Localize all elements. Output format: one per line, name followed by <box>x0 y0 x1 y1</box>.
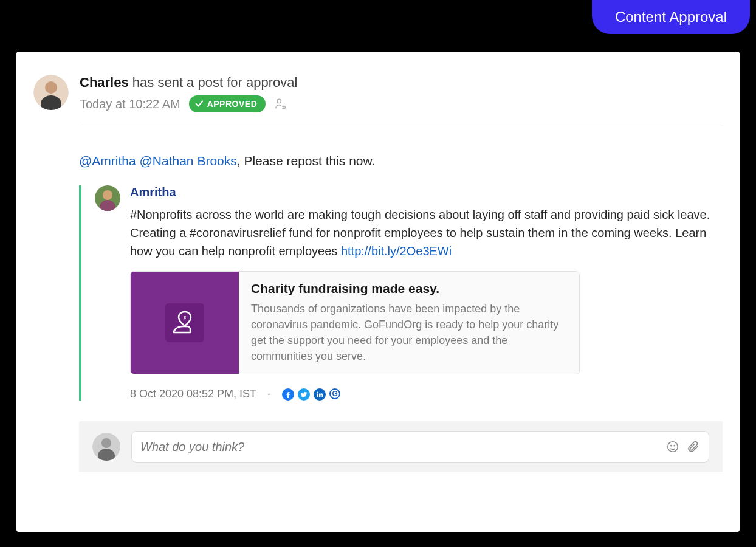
author-name: Charles <box>80 75 129 90</box>
divider <box>79 126 723 126</box>
meta-separator: - <box>267 388 271 401</box>
emoji-icon[interactable] <box>666 440 679 453</box>
check-icon <box>195 100 204 108</box>
svg-point-6 <box>103 190 112 200</box>
comment-bar <box>79 421 723 472</box>
mention-user-2[interactable]: @Nathan Brooks <box>140 154 237 168</box>
preview-image: $ <box>131 272 239 374</box>
approved-label: APPROVED <box>207 99 258 109</box>
author-avatar[interactable] <box>33 75 69 110</box>
quoted-author-avatar[interactable] <box>95 185 120 211</box>
facebook-icon[interactable] <box>282 388 294 401</box>
commenter-avatar[interactable] <box>92 433 120 461</box>
comment-input[interactable] <box>140 440 666 454</box>
header-action: has sent a post for approval <box>132 75 298 90</box>
svg-text:$: $ <box>184 315 187 320</box>
svg-rect-10 <box>317 393 318 397</box>
svg-point-16 <box>671 446 672 446</box>
svg-point-15 <box>668 442 678 452</box>
post-meta: 8 Oct 2020 08:52 PM, IST - G <box>130 388 723 401</box>
approval-card: Charles has sent a post for approval Tod… <box>16 52 740 532</box>
card-header: Charles has sent a post for approval Tod… <box>33 75 723 112</box>
svg-point-13 <box>101 438 111 448</box>
user-settings-icon[interactable] <box>274 97 287 111</box>
link-preview[interactable]: $ Charity fundraising made easy. Thousan… <box>130 271 580 374</box>
quoted-text: #Nonprofits across the world are making … <box>130 205 723 260</box>
linkedin-icon[interactable] <box>314 388 326 401</box>
svg-point-3 <box>277 99 281 103</box>
quoted-link[interactable]: http://bit.ly/2Oe3EWi <box>341 244 452 258</box>
svg-rect-8 <box>165 303 204 342</box>
request-rest: , Please repost this now. <box>237 154 376 168</box>
request-message: @Amritha @Nathan Brooks, Please repost t… <box>79 154 723 168</box>
header-timestamp: Today at 10:22 AM <box>80 97 180 111</box>
approved-badge: APPROVED <box>189 95 266 112</box>
preview-title: Charity fundraising made easy. <box>251 281 567 296</box>
post-timestamp: 8 Oct 2020 08:52 PM, IST <box>130 388 256 401</box>
attachment-icon[interactable] <box>687 440 700 453</box>
content-approval-badge: Content Approval <box>592 0 750 34</box>
header-title: Charles has sent a post for approval <box>80 75 723 91</box>
mention-user-1[interactable]: @Amritha <box>79 154 136 168</box>
svg-point-11 <box>317 391 318 393</box>
svg-point-1 <box>45 81 57 94</box>
social-icons: G <box>282 388 340 401</box>
svg-point-4 <box>283 106 286 109</box>
quoted-author-name[interactable]: Amritha <box>130 185 723 199</box>
google-icon[interactable]: G <box>329 388 340 399</box>
comment-input-wrap <box>131 431 709 463</box>
card-body: @Amritha @Nathan Brooks, Please repost t… <box>79 154 723 472</box>
twitter-icon[interactable] <box>298 388 310 401</box>
quoted-post: Amritha #Nonprofits across the world are… <box>79 185 723 401</box>
preview-description: Thousands of organizations have been imp… <box>251 301 567 364</box>
svg-point-17 <box>674 446 675 446</box>
